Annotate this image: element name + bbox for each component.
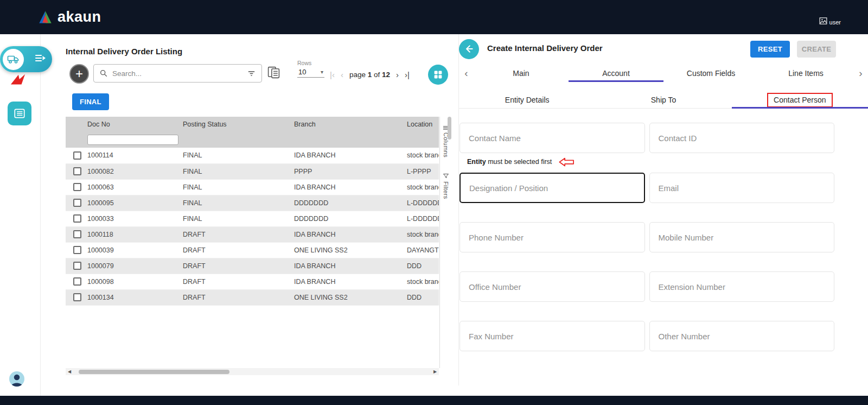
table-row[interactable]: 1000095 FINAL DDDDDDD L-DDDDDD [66,195,439,211]
sidebar-item-delivery-module[interactable] [0,46,52,72]
cell-location: stock branc [406,148,439,163]
scroll-right-icon[interactable]: ▶ [431,368,439,375]
cell-branch: DDDDDDD [293,211,406,226]
rows-per-page-select[interactable]: Rows 10 ▾ [297,60,328,78]
cell-branch: DDDDDDD [293,195,406,211]
page-title: Internal Delivery Order Listing [66,47,182,56]
horizontal-scrollbar-thumb[interactable] [79,370,229,374]
row-checkbox[interactable] [73,262,81,270]
cell-doc-no: 1000095 [86,195,182,211]
sidebar-item-red-app[interactable] [9,72,27,88]
cell-posting-status: FINAL [182,211,293,226]
final-status-chip[interactable]: FINAL [72,93,109,110]
office-number-input[interactable] [459,271,645,302]
cell-posting-status: DRAFT [182,289,293,305]
back-button[interactable] [459,39,479,59]
row-checkbox[interactable] [73,293,81,301]
table-row[interactable]: 1000082 FINAL PPPP L-PPPP [66,163,439,179]
tab-main[interactable]: Main [474,64,569,82]
sidebar-item-listing-module[interactable] [8,102,31,125]
cell-posting-status: DRAFT [182,274,293,289]
cell-doc-no: 1000118 [86,226,182,242]
cell-doc-no: 1000033 [86,211,182,226]
prev-page-button[interactable]: ‹ [341,71,343,79]
table-row[interactable]: 1000114 FINAL IDA BRANCH stock branc [66,148,439,163]
back-arrow-icon [463,43,475,55]
row-checkbox[interactable] [73,277,81,286]
table-filter-row [66,132,439,148]
last-page-button[interactable]: ›| [405,71,410,79]
other-number-input[interactable] [649,321,835,351]
total-pages: 12 [382,71,390,79]
email-input[interactable] [649,173,835,203]
row-checkbox[interactable] [73,167,81,175]
table-row[interactable]: 1000033 FINAL DDDDDDD L-DDDDDD [66,211,439,226]
copy-pages-icon[interactable] [267,66,280,79]
cell-posting-status: FINAL [182,163,293,179]
create-button[interactable]: CREATE [797,41,836,58]
tab-custom-fields[interactable]: Custom Fields [663,64,758,82]
reset-button[interactable]: RESET [750,41,790,58]
row-checkbox[interactable] [73,230,81,238]
fax-number-input[interactable] [459,321,645,351]
search-input[interactable] [112,69,242,78]
brand-name: akaun [58,9,101,26]
cell-location: stock branc [406,179,439,195]
cell-branch: ONE LIVING SS2 [293,289,406,305]
funnel-icon [443,173,449,179]
designation-input[interactable] [459,173,645,203]
cell-location: stock branc [406,274,439,289]
row-checkbox[interactable] [73,214,81,223]
person-icon [9,371,24,387]
cell-location: DDD [406,258,439,274]
filter-list-icon[interactable] [247,69,256,78]
contact-id-input[interactable] [649,123,835,153]
doc-no-filter-input[interactable] [87,135,178,145]
current-page: 1 [368,71,372,79]
table-row[interactable]: 1000134 DRAFT ONE LIVING SS2 DDD [66,289,439,305]
cell-branch: IDA BRANCH [293,179,406,195]
subtab-entity-details[interactable]: Entity Details [459,91,595,109]
tabs-scroll-left-icon[interactable]: ‹ [459,64,474,82]
entity-helper-row: Entity must be selected first [467,157,834,167]
create-order-panel: Create Internal Delivery Order RESET CRE… [458,34,868,385]
cell-branch: IDA BRANCH [293,274,406,289]
scroll-left-icon[interactable]: ◀ [66,368,73,375]
phone-number-input[interactable] [459,222,645,252]
subtab-contact-person[interactable]: Contact Person [732,91,868,109]
cell-doc-no: 1000134 [86,289,182,305]
row-checkbox[interactable] [73,246,81,254]
table-row[interactable]: 1000079 DRAFT IDA BRANCH DDD [66,258,439,274]
list-icon [13,107,26,120]
table-row[interactable]: 1000118 DRAFT IDA BRANCH stock branc [66,226,439,242]
table-row[interactable]: 1000039 DRAFT ONE LIVING SS2 DAYANGTE [66,242,439,258]
row-checkbox[interactable] [73,183,81,191]
filters-side-tab[interactable]: Filters [440,173,451,199]
horizontal-scrollbar: ◀ ▶ [66,368,439,375]
rows-label: Rows [297,60,328,66]
vertical-scrollbar[interactable] [448,117,451,140]
red-logo-icon [10,73,26,87]
grid-view-button[interactable] [428,65,448,85]
bottom-user-avatar[interactable] [9,371,24,387]
add-button[interactable]: + [69,64,89,84]
first-page-button[interactable]: |‹ [330,71,335,79]
cell-posting-status: DRAFT [182,258,293,274]
annotation-highlight-box: Contact Person [767,93,833,107]
tab-account[interactable]: Account [569,64,663,82]
extension-number-input[interactable] [649,271,835,302]
header-branch: Branch [293,117,406,132]
tab-line-items[interactable]: Line Items [758,64,853,82]
next-page-button[interactable]: › [396,71,399,79]
mobile-number-input[interactable] [649,222,835,252]
row-checkbox[interactable] [73,199,81,207]
row-checkbox[interactable] [73,151,81,160]
plus-icon: + [75,66,83,81]
table-row[interactable]: 1000063 FINAL IDA BRANCH stock branc [66,179,439,195]
table-row[interactable]: 1000098 DRAFT IDA BRANCH stock branc [66,274,439,289]
contact-name-input[interactable] [459,123,645,153]
filter-checkbox-cell [66,132,86,148]
subtab-ship-to[interactable]: Ship To [595,91,731,109]
tabs-scroll-right-icon[interactable]: › [853,64,868,82]
user-avatar[interactable]: user [819,16,841,26]
